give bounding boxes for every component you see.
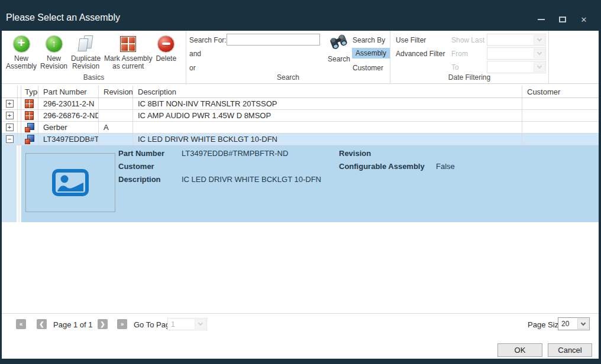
minimize-icon: [538, 19, 545, 20]
previous-page-icon: ❮: [39, 321, 44, 327]
chevron-down-icon: [534, 35, 545, 45]
cell-revision: [99, 134, 133, 145]
use-filter-label[interactable]: Use Filter: [396, 36, 426, 44]
search-by-label: Search By: [353, 36, 385, 44]
column-header-description[interactable]: Description: [133, 86, 522, 98]
assembly-image-placeholder: [25, 153, 115, 212]
cell-description: IC 8BIT NON-INV TRANSLTR 20TSSOP: [133, 98, 522, 109]
detail-configurable-value: False: [436, 162, 455, 171]
ribbon-group-basics: + New Assembly ↑ New Revision Duplicate …: [2, 31, 186, 83]
previous-page-button[interactable]: ❮: [37, 319, 47, 329]
component-icon: [25, 111, 34, 120]
cell-part-number: 296-23011-2-N: [38, 98, 99, 109]
duplicate-revision-label-2: Revision: [72, 63, 99, 70]
cell-customer: [522, 110, 599, 121]
dialog-content: + New Assembly ↑ New Revision Duplicate …: [2, 31, 599, 359]
chevron-down-icon: [534, 48, 545, 58]
component-icon: [25, 99, 34, 108]
duplicate-revision-button[interactable]: Duplicate Revision: [69, 33, 102, 72]
new-assembly-button[interactable]: + New Assembly: [4, 33, 38, 72]
maximize-button[interactable]: [556, 14, 569, 25]
cell-revision: [99, 110, 133, 121]
assembly-select-dialog: Please Select an Assembly ✕ + New Assemb…: [0, 0, 601, 364]
collapse-button[interactable]: −: [6, 135, 14, 143]
delete-label: Delete: [156, 55, 176, 63]
cell-revision: [99, 98, 133, 109]
mark-current-icon: [120, 36, 136, 52]
next-page-button[interactable]: ❯: [98, 319, 108, 329]
show-last-label: Show Last: [451, 36, 484, 44]
search-group-label: Search: [186, 73, 390, 82]
close-icon: ✕: [581, 15, 587, 24]
cell-description: [133, 122, 522, 133]
title-bar: Please Select an Assembly ✕: [0, 0, 601, 31]
expand-button[interactable]: +: [6, 112, 14, 119]
show-last-dropdown: [487, 34, 546, 46]
minimize-button[interactable]: [535, 14, 548, 25]
dialog-title: Please Select an Assembly: [6, 12, 120, 23]
assembly-detail-panel: Part Number LT3497EDDB#TRMPBFTR-ND Custo…: [2, 145, 599, 222]
last-page-button[interactable]: »: [117, 319, 127, 329]
detail-revision-label: Revision: [339, 149, 371, 158]
from-dropdown: [487, 47, 546, 60]
delete-icon: [157, 35, 175, 53]
picture-icon: [52, 169, 89, 196]
new-revision-button[interactable]: ↑ New Revision: [38, 33, 69, 72]
detail-part-number-label: Part Number: [118, 149, 164, 158]
search-by-option-assembly[interactable]: Assembly: [352, 48, 390, 58]
search-button[interactable]: Search: [324, 33, 354, 63]
expand-button[interactable]: +: [6, 124, 14, 131]
detail-part-number-value: LT3497EDDB#TRMPBFTR-ND: [182, 149, 288, 158]
table-row-selected[interactable]: − LT3497EDDB#T... IC LED DRIVR WHITE BCK…: [2, 134, 599, 145]
table-row[interactable]: + 296-23011-2-N IC 8BIT NON-INV TRANSLTR…: [2, 98, 599, 110]
first-page-button[interactable]: «: [16, 319, 26, 329]
cancel-button[interactable]: Cancel: [548, 343, 592, 357]
column-header-part-number[interactable]: Part Number: [38, 86, 99, 98]
pagination-bar: « ❮ Page 1 of 1 ❯ » Go To Page 1 Page Si…: [2, 313, 599, 334]
advanced-filter-label[interactable]: Advanced Filter: [396, 50, 445, 58]
cell-customer: [522, 122, 599, 133]
to-dropdown: [487, 61, 546, 73]
go-to-page-dropdown: 1: [167, 318, 207, 330]
mark-assembly-current-button[interactable]: Mark Assembly as current: [102, 33, 154, 72]
maximize-icon: [559, 17, 566, 22]
detail-description-label: Description: [118, 175, 161, 184]
table-row[interactable]: + 296-26876-2-ND IC AMP AUDIO PWR 1.45W …: [2, 110, 599, 122]
chevron-down-icon: [577, 318, 589, 329]
ribbon-group-search: Search For: and or: [186, 31, 390, 83]
cell-part-number: Gerber: [38, 122, 99, 133]
cell-description: IC AMP AUDIO PWR 1.45W D 8MSOP: [133, 110, 522, 121]
delete-button[interactable]: Delete: [154, 33, 178, 64]
cell-customer: [522, 98, 599, 109]
next-page-icon: ❯: [100, 321, 105, 327]
column-header-revision[interactable]: Revision: [99, 86, 133, 98]
ok-button-label: OK: [515, 346, 526, 355]
search-or-label: or: [189, 64, 196, 72]
assembly-grid: Type Part Number Revision Description Cu…: [2, 86, 599, 222]
detail-customer-label: Customer: [118, 162, 154, 171]
search-by-option-customer[interactable]: Customer: [353, 64, 383, 72]
close-button[interactable]: ✕: [577, 14, 590, 25]
new-assembly-label-2: Assembly: [6, 63, 37, 70]
expand-button[interactable]: +: [6, 100, 14, 108]
ok-button[interactable]: OK: [497, 343, 542, 357]
search-button-label: Search: [324, 55, 354, 63]
duplicate-pages-icon: [77, 35, 95, 53]
search-for-input[interactable]: [227, 34, 320, 46]
detail-configurable-label: Configurable Assembly: [339, 162, 425, 171]
page-indicator: Page 1 of 1: [53, 320, 93, 329]
new-assembly-icon: +: [13, 35, 30, 53]
cell-part-number: LT3497EDDB#T...: [38, 134, 99, 145]
window-controls: ✕: [535, 14, 590, 25]
new-revision-label-2: Revision: [40, 63, 67, 70]
mark-current-label-2: as current: [112, 63, 144, 70]
table-row[interactable]: + Gerber A: [2, 122, 599, 134]
chevron-down-icon: [534, 62, 545, 72]
search-for-label: Search For:: [189, 36, 227, 44]
detail-description-value: IC LED DRIVR WHITE BCKLGT 10-DFN: [182, 175, 321, 184]
last-page-icon: »: [121, 321, 124, 327]
column-header-customer[interactable]: Customer: [522, 86, 599, 98]
column-header-type[interactable]: Type: [21, 86, 38, 98]
cell-description: IC LED DRIVR WHITE BCKLGT 10-DFN: [133, 134, 522, 145]
page-size-dropdown[interactable]: 20: [558, 317, 590, 330]
